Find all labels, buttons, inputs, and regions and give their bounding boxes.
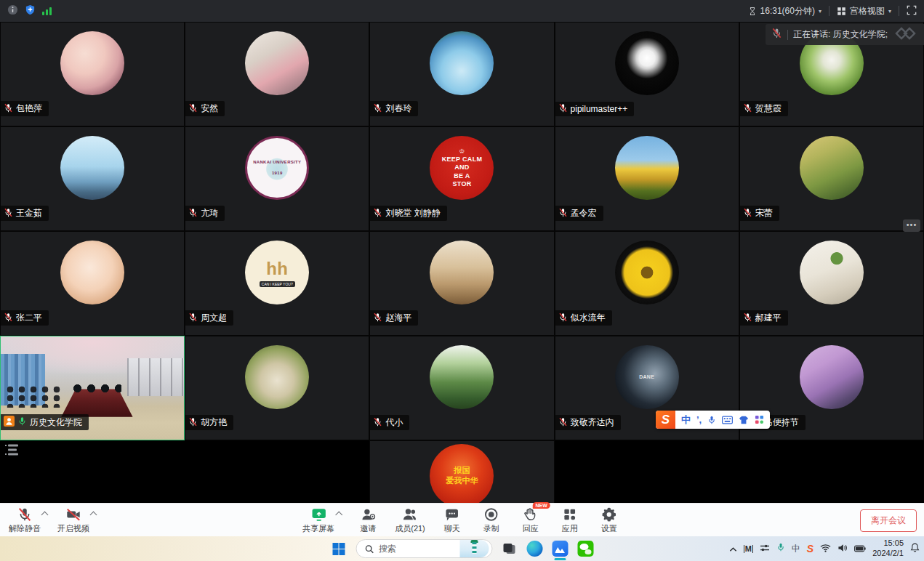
share-screen-button[interactable]: 共享屏幕 [302, 506, 334, 534]
members-icon [401, 506, 419, 522]
participant-name: 刘晓堂 刘静静 [385, 207, 440, 219]
record-button[interactable]: 录制 [479, 506, 504, 534]
tray-input-language[interactable]: 中 [792, 543, 800, 555]
sogou-toolbox-icon[interactable] [755, 415, 764, 424]
search-highlight-image[interactable] [459, 540, 489, 557]
mic-muted-icon [17, 506, 33, 522]
participant-name: 包艳萍 [16, 102, 42, 115]
tile-more-button[interactable]: ••• [903, 219, 920, 232]
apps-button[interactable]: 应用 [558, 506, 582, 534]
tray-sliders-icon[interactable] [760, 542, 770, 555]
participant-name: 宋蕾 [755, 207, 773, 219]
participant-name: 安然 [201, 102, 218, 115]
mic-muted-icon [558, 417, 568, 429]
reactions-button[interactable]: NEW 回应 [518, 506, 543, 534]
participant-tile[interactable]: 宋蕾 [739, 126, 924, 231]
settings-button[interactable]: 设置 [597, 506, 622, 534]
task-view-button[interactable] [500, 540, 518, 557]
volume-icon[interactable] [837, 542, 848, 555]
wechat-icon[interactable] [577, 540, 594, 557]
notification-bell-icon[interactable] [910, 542, 920, 555]
participant-tile[interactable]: 郝建平 [739, 231, 924, 336]
participant-name-tag: 孟令宏 [555, 206, 603, 221]
avatar [615, 136, 679, 200]
mic-active-icon [17, 416, 27, 428]
meeting-app-icon[interactable] [551, 540, 569, 557]
virtual-keyboard-icon[interactable] [722, 416, 733, 424]
audio-options-chevron[interactable] [41, 511, 49, 518]
participant-tile[interactable]: ♔ KEEP CALM AND BE A STOR 刘晓堂 刘静静 [369, 126, 554, 231]
tray-mic-icon[interactable] [776, 542, 785, 555]
members-button[interactable]: 成员(21) [395, 506, 425, 534]
tray-app-m-icon[interactable]: M [744, 545, 753, 553]
participant-tile[interactable]: 似水流年 [555, 231, 739, 336]
meeting-timer: 16:31(60分钟) [760, 5, 815, 17]
taskbar-clock[interactable]: 15:05 2024/2/1 [872, 538, 904, 559]
participant-name: 孟令宏 [571, 207, 597, 219]
participant-name-tag: 似水流年 [555, 310, 612, 326]
start-button[interactable] [330, 540, 347, 557]
new-badge: NEW [532, 502, 550, 509]
participant-name: 王金茹 [16, 207, 42, 219]
participant-tile[interactable]: 赵海平 [369, 231, 554, 336]
participant-tile[interactable]: 胡方艳 [185, 336, 369, 440]
participant-tile[interactable]: 历史文化学院 [0, 336, 185, 440]
participant-tile[interactable]: 孟令宏 [555, 126, 739, 231]
invite-button[interactable]: 邀请 [355, 506, 380, 534]
view-mode-dropdown[interactable]: 宫格视图 ▾ [837, 5, 891, 17]
participant-tile[interactable]: 刘春玲 [369, 22, 554, 126]
edge-browser-icon[interactable] [526, 540, 543, 557]
avatar-text: hh [266, 258, 288, 280]
leave-meeting-button[interactable]: 离开会议 [860, 509, 917, 532]
battery-icon[interactable] [854, 542, 866, 555]
mic-muted-icon [743, 208, 752, 219]
start-video-button[interactable]: 开启视频 [57, 506, 89, 534]
skin-center-icon[interactable] [739, 416, 749, 424]
sogou-logo-icon[interactable]: S [656, 411, 675, 429]
info-icon[interactable] [7, 4, 18, 18]
unmute-button[interactable]: 解除静音 [9, 506, 41, 534]
participant-name: 赵海平 [385, 312, 411, 324]
avatar [60, 136, 124, 200]
participant-tile[interactable]: 张二平 [0, 231, 185, 336]
participant-name-tag: pipilumaster++ [555, 102, 635, 116]
tray-expand-chevron[interactable] [729, 542, 737, 555]
clock-time: 15:05 [872, 538, 904, 549]
avatar: ♔ KEEP CALM AND BE A STOR [430, 136, 494, 200]
punctuation-mode-icon[interactable]: ’, [696, 414, 702, 425]
tray-sogou-icon[interactable]: S [807, 543, 813, 554]
fullscreen-button[interactable] [907, 5, 917, 17]
video-options-chevron[interactable] [90, 511, 97, 518]
chevron-down-icon: ▾ [888, 8, 891, 15]
member-list-icon[interactable] [4, 443, 20, 460]
chat-button[interactable]: 聊天 [440, 506, 465, 534]
shield-plus-icon[interactable] [25, 4, 36, 18]
mic-muted-icon [558, 312, 568, 324]
windows-taskbar: 搜索 M 中 S [0, 536, 924, 561]
participant-tile[interactable]: 包艳萍 [0, 22, 185, 126]
participant-name: 历史文化学院 [30, 416, 82, 429]
taskbar-search[interactable]: 搜索 [355, 539, 492, 558]
participant-tile[interactable]: NANKAI UNIVERSITY 1919 亢琦 [185, 126, 369, 231]
share-options-chevron[interactable] [335, 511, 342, 518]
avatar [430, 31, 494, 95]
participant-name-tag: 张二平 [1, 310, 49, 326]
participant-tile[interactable]: 王金茹 [0, 126, 185, 231]
meeting-timer-dropdown[interactable]: 16:31(60分钟) ▾ [748, 5, 821, 17]
participant-name: 代小 [385, 416, 403, 429]
share-screen-icon [310, 506, 327, 522]
participant-tile[interactable]: 报国 爱我中华 [369, 440, 554, 503]
participant-tile[interactable]: hh CAN I KEEP YOU? 周文超 [185, 231, 369, 336]
gear-icon [601, 506, 617, 522]
mic-muted-icon [4, 208, 13, 219]
avatar-text: DANE [639, 374, 654, 381]
voice-input-icon[interactable] [707, 415, 716, 425]
wifi-icon[interactable] [820, 542, 831, 555]
participant-name-tag: 刘春玲 [370, 101, 418, 116]
input-mode-chinese[interactable]: 中 [681, 413, 691, 427]
avatar [245, 345, 309, 409]
participant-tile[interactable]: 代小 [369, 336, 554, 440]
participant-tile[interactable]: 安然 [185, 22, 369, 126]
participant-tile[interactable]: pipilumaster++ [555, 22, 739, 126]
avatar: hh CAN I KEEP YOU? [245, 241, 309, 304]
